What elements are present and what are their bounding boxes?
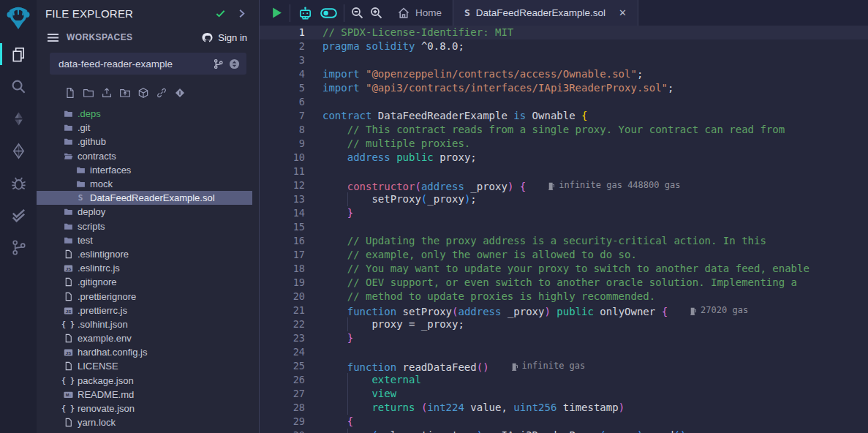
code-line: 22 proxy = _proxy; [260,317,868,331]
tree-item-prettierignore[interactable]: .prettierignore [37,289,252,303]
activity-bar [0,0,37,433]
gas-pump-icon [511,362,518,371]
collapse-chevron-icon[interactable] [236,8,247,19]
remix-ide-window: FILE EXPLORER WORKSPACES Sign in data-fe… [0,0,868,433]
activity-file-explorer[interactable] [0,38,37,70]
code-line: 28 returns (int224 value, uint256 timest… [260,401,868,415]
line-number: 11 [260,165,305,178]
tree-item-eslintignore[interactable]: .eslintignore [37,247,252,261]
solidity-file-icon: S [75,193,86,203]
line-number: 20 [260,290,305,304]
activity-debugger[interactable] [0,167,37,199]
tree-item-example-env[interactable]: example.env [37,331,252,345]
line-content: { [305,415,868,429]
tree-item-hardhat-config-js[interactable]: JShardhat.config.js [37,345,252,359]
code-line: 6 [260,95,868,109]
run-script-button[interactable] [271,7,283,19]
activity-solidity-compiler[interactable] [0,102,37,135]
github-sign-in-button[interactable]: Sign in [201,32,247,43]
solidity-file-icon: S [464,7,470,18]
tree-item-label: .github [78,136,106,147]
new-file-icon [64,87,76,99]
remix-logo[interactable] [0,0,37,38]
folder-icon [63,123,73,133]
new-file-button[interactable] [64,87,76,99]
line-content: function readDataFeed()infinite gas [305,359,868,373]
activity-git[interactable] [0,231,37,263]
tree-item-readme-md[interactable]: M↓README.md [37,388,252,402]
tree-item-interfaces[interactable]: interfaces [37,163,252,177]
activity-deploy-run[interactable] [0,135,37,167]
new-folder-button[interactable] [83,87,94,99]
tree-item-label: .prettierignore [78,291,136,302]
workspace-switch-icon[interactable] [229,59,240,69]
line-number: 8 [260,123,305,137]
file-icon [63,418,73,428]
git-branch-icon [10,239,27,256]
tree-item-label: .eslintrc.js [78,263,120,274]
tree-item-license[interactable]: LICENSE [37,359,252,373]
zoom-in-icon[interactable] [370,7,382,19]
line-content: external [305,373,868,387]
activity-search[interactable] [0,70,37,102]
tree-item-renovate-json[interactable]: { }renovate.json [37,402,252,415]
folder-icon [63,207,73,217]
tree-item-contracts[interactable]: contracts [37,149,252,163]
tree-item-deploy[interactable]: deploy [37,205,252,219]
line-number: 12 [260,178,305,192]
close-tab-icon[interactable]: ✕ [619,7,627,18]
tree-item-eslintrc-js[interactable]: JS.eslintrc.js [37,261,252,275]
line-content: function setProxy(address _proxy) public… [305,304,868,317]
tree-item-gitignore[interactable]: .gitignore [37,275,252,289]
git-branch-icon[interactable] [213,59,224,69]
tree-item-package-json[interactable]: { }package.json [37,374,252,388]
home-icon [398,7,410,19]
line-number: 30 [260,429,305,433]
upload-folder-button[interactable] [119,87,131,99]
tree-item-github[interactable]: .github [37,135,252,148]
workspaces-menu-icon[interactable] [47,31,59,44]
code-line: 1// SPDX-License-Identifier: MIT [260,26,868,39]
code-line: 29 { [260,415,868,429]
tree-item-yarn-lock[interactable]: yarn.lock [37,415,252,429]
json-file-icon: { } [63,404,73,414]
load-url-button[interactable] [156,87,167,99]
code-line: 15 [260,220,868,234]
line-number: 14 [260,206,305,220]
line-content: proxy = _proxy; [305,317,868,331]
tree-item-scripts[interactable]: scripts [37,219,252,233]
load-ipfs-button[interactable] [137,87,149,99]
tree-item-solhint-json[interactable]: { }.solhint.json [37,317,252,331]
tree-item-git[interactable]: .git [37,121,252,135]
tree-item-datafeedreaderexample-sol[interactable]: SDataFeedReaderExample.sol [37,191,252,205]
publish-gist-button[interactable] [174,87,186,99]
tree-item-label: .solhint.json [78,319,128,330]
line-number: 28 [260,401,305,415]
zoom-out-icon[interactable] [351,7,363,19]
upload-file-button[interactable] [101,87,113,99]
line-number: 5 [260,81,305,95]
line-number: 17 [260,248,305,262]
indent-guide [347,373,348,387]
tree-item-mock[interactable]: mock [37,177,252,191]
tree-item-deps[interactable]: .deps [37,107,252,121]
accept-check-icon[interactable] [215,8,226,19]
tree-item-label: .gitignore [78,276,116,287]
ai-copilot-robot-icon[interactable] [297,6,314,20]
line-content: import "@api3/contracts/interfaces/IApi3… [305,81,868,95]
js-file-icon: JS [63,347,73,358]
workspace-selector[interactable]: data-feed-reader-example [50,53,246,75]
code-editor[interactable]: 1// SPDX-License-Identifier: MIT2pragma … [260,26,868,433]
svg-text:JS: JS [65,350,70,355]
tree-item-test[interactable]: test [37,233,252,247]
activity-unit-testing[interactable] [0,199,37,231]
file-explorer-panel: FILE EXPLORER WORKSPACES Sign in data-fe… [37,0,260,433]
tab-datafeedreaderexample-sol[interactable]: S DataFeedReaderExample.sol ✕ [453,0,638,26]
tree-item-label: example.env [78,333,132,344]
copilot-toggle[interactable] [320,6,337,20]
tab-home[interactable]: Home [387,0,453,26]
line-number: 7 [260,109,305,123]
tree-item-label: LICENSE [78,361,118,372]
tree-item-prettierrc-js[interactable]: JS.prettierrc.js [37,304,252,317]
json-file-icon: { } [63,319,73,329]
